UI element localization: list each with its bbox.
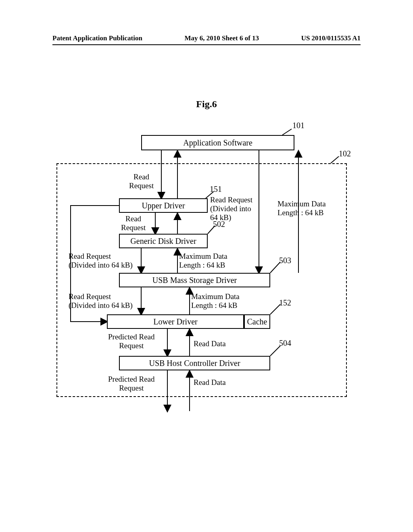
box-application-software: Application Software <box>141 135 294 150</box>
box-usb-host-controller-driver: USB Host Controller Driver <box>119 356 270 370</box>
figure-title: Fig.6 <box>0 99 413 110</box>
ref-101: 101 <box>292 121 305 130</box>
label-max-length-1: Maximum DataLength : 64 kB <box>277 200 326 217</box>
label-read-request-div-3: Read Request(Divided into 64 kB) <box>69 292 133 310</box>
box-label: Generic Disk Driver <box>130 237 196 246</box>
label-read-request-2: ReadRequest <box>121 214 146 232</box>
box-label: Cache <box>247 317 267 326</box>
box-label: USB Host Controller Driver <box>149 359 240 368</box>
box-label: Application Software <box>183 138 252 148</box>
page-header: Patent Application Publication May 6, 20… <box>0 34 413 42</box>
label-max-length-2: Maximum DataLength : 64 kB <box>179 252 227 270</box>
header-center: May 6, 2010 Sheet 6 of 13 <box>184 34 259 42</box>
ref-151: 151 <box>210 185 222 194</box>
svg-line-1 <box>331 156 339 163</box>
header-right: US 2010/0115535 A1 <box>301 34 361 42</box>
box-cache: Cache <box>244 314 270 329</box>
header-left: Patent Application Publication <box>52 34 142 42</box>
ref-504: 504 <box>279 339 291 348</box>
label-read-request-div-1: Read Request(Divided into64 kB) <box>210 195 252 222</box>
label-predicted-read-1: Predicted ReadRequest <box>108 332 155 350</box>
label-read-data-2: Read Data <box>194 378 226 387</box>
header-rule <box>52 44 361 45</box>
label-max-length-3: Maximum DataLength : 64 kB <box>191 292 240 310</box>
label-read-data-1: Read Data <box>194 339 226 348</box>
box-usb-mass-storage-driver: USB Mass Storage Driver <box>119 273 270 287</box>
label-read-request-div-2: Read Request(Divided into 64 kB) <box>69 252 133 270</box>
label-read-request-1: ReadRequest <box>129 172 154 190</box>
ref-102: 102 <box>339 149 351 158</box>
box-upper-driver: Upper Driver <box>119 198 208 213</box>
box-label: Lower Driver <box>153 317 197 326</box>
label-predicted-read-2: Predicted ReadRequest <box>108 375 155 393</box>
box-label: Upper Driver <box>142 201 185 210</box>
box-generic-disk-driver: Generic Disk Driver <box>119 234 208 248</box>
svg-line-0 <box>282 129 292 135</box>
box-lower-driver: Lower Driver <box>107 314 244 329</box>
diagram: Application Software Upper Driver Generi… <box>56 121 355 435</box>
box-label: USB Mass Storage Driver <box>152 276 237 285</box>
ref-503: 503 <box>279 256 291 265</box>
ref-152: 152 <box>279 298 291 308</box>
